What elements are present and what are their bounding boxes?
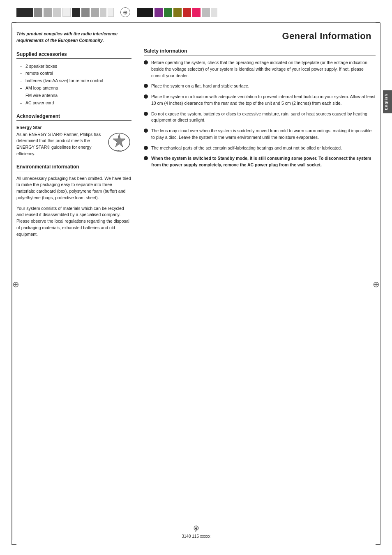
bar-segment [81,8,90,17]
bullet-icon [144,94,148,99]
accessory-item: remote control [20,70,131,77]
bar-segment [108,8,114,17]
bar-segment [100,8,106,17]
crosshair-center: ⊕ [120,7,130,17]
safety-item: The lens may cloud over when the system … [144,128,376,141]
acknowledgement-section: Energy Star As an ENERGY STAR® Partner, … [16,125,131,157]
bar-left [16,8,114,17]
energy-star-title: Energy Star [16,125,131,130]
bullet-icon [144,146,148,150]
environmental-paragraph: All unnecessary packaging has been omitt… [16,175,131,201]
corner-bottom-left [12,540,16,545]
bar-segment [137,8,153,17]
left-crosshair: ⊕ [12,279,19,289]
supplied-accessories-heading: Supplied accessories [16,51,131,59]
bullet-icon [144,84,148,88]
safety-item-text: Before operating the system, check that … [151,60,376,79]
safety-item-text: Do not expose the system, batteries or d… [151,111,376,124]
bar-segment [72,8,80,17]
safety-list: Before operating the system, check that … [144,60,376,168]
safety-item-text: Place the system in a location with adeq… [151,94,376,107]
energy-star-logo: energy [107,131,131,152]
bar-segment [211,8,217,17]
left-column: This product complies with the radio int… [16,31,131,242]
bullet-icon [144,60,148,64]
accessory-item: AC power cord [20,99,131,107]
header-bar: ⊕ [0,0,392,17]
main-content: This product complies with the radio int… [0,23,392,250]
footer-crosshair: ⊕ [193,523,199,532]
bar-segment [164,8,172,17]
safety-item: Do not expose the system, batteries or d… [144,111,376,124]
accessory-item: 2 speaker boxes [20,63,131,70]
accessory-item: FM wire antenna [20,92,131,99]
safety-item: Place the system on a flat, hard and sta… [144,83,376,90]
safety-item-text: When the system is switched to Standby m… [151,155,376,168]
right-column: General Information Safety information B… [144,31,376,242]
safety-item: Before operating the system, check that … [144,60,376,79]
accessory-item: AM loop antenna [20,85,131,92]
bar-segment [202,8,210,17]
environmental-paragraph: Your system consists of materials which … [16,205,131,238]
safety-item: Place the system in a location with adeq… [144,94,376,107]
safety-heading: Safety information [144,48,376,55]
bar-segment [44,8,52,17]
safety-item-text: Place the system on a flat, hard and sta… [151,83,249,90]
bar-segment [16,8,33,17]
acknowledgement-content: As an ENERGY STAR® Partner, Philips has … [16,131,131,157]
right-border-line [380,28,381,540]
svg-text:energy: energy [116,149,123,152]
bar-segment [173,8,182,17]
corner-top-right [376,23,380,28]
model-number: 3140 115 xxxxx [0,534,392,539]
acknowledgement-heading: Acknowledgement [16,113,131,121]
acknowledgement-text: As an ENERGY STAR® Partner, Philips has … [16,131,103,157]
bar-segment [154,8,163,17]
intro-text: This product complies with the radio int… [16,31,131,44]
safety-item-text: The lens may cloud over when the system … [151,128,376,141]
safety-item: The mechanical parts of the set contain … [144,145,376,152]
bar-segment [62,8,71,17]
bar-segment [34,8,42,17]
page-title: General Information [144,31,376,41]
safety-item: When the system is switched to Standby m… [144,155,376,168]
corner-top-left [12,23,16,28]
bar-segment [91,8,99,17]
corner-bottom-right [376,540,380,545]
bullet-icon [144,156,148,160]
environmental-section: All unnecessary packaging has been omitt… [16,175,131,238]
bar-segment [183,8,191,17]
svg-marker-1 [113,134,125,147]
bar-segment [192,8,201,17]
environmental-heading: Environmental information [16,164,131,171]
right-crosshair: ⊕ [373,279,380,289]
bullet-icon [144,112,148,116]
language-tab: English [383,90,392,113]
accessory-item: batteries (two AA size) for remote contr… [20,77,131,85]
bar-right [137,8,217,17]
page-footer: 7 3140 115 xxxxx ⊕ [0,527,392,539]
accessory-list: 2 speaker boxesremote controlbatteries (… [20,63,131,107]
bullet-icon [144,129,148,133]
bar-segment [53,8,61,17]
safety-item-text: The mechanical parts of the set contain … [151,145,342,152]
